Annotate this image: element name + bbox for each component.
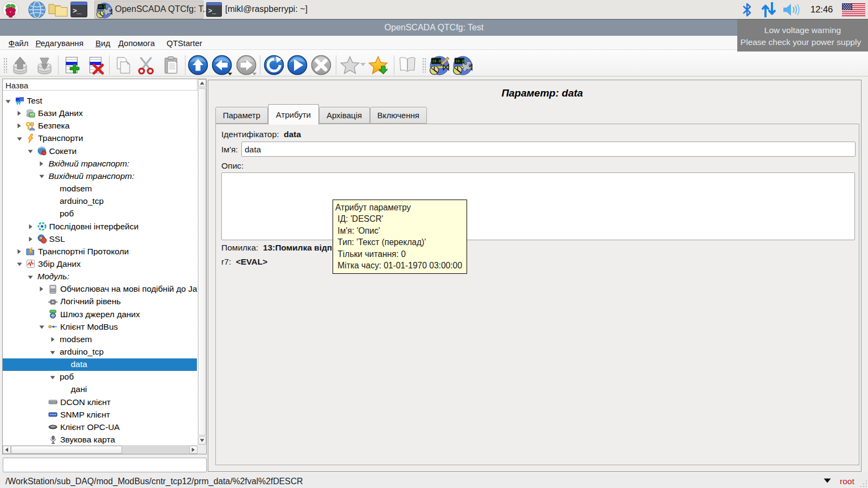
svg-text:10.95: 10.95: [432, 60, 443, 63]
svg-text:>_: >_: [208, 8, 216, 15]
svg-text:>_: >_: [73, 7, 81, 15]
svg-text:10.95: 10.95: [456, 60, 467, 63]
svg-text:10.95: 10.95: [98, 5, 107, 9]
svg-text:DCON: DCON: [49, 401, 58, 404]
